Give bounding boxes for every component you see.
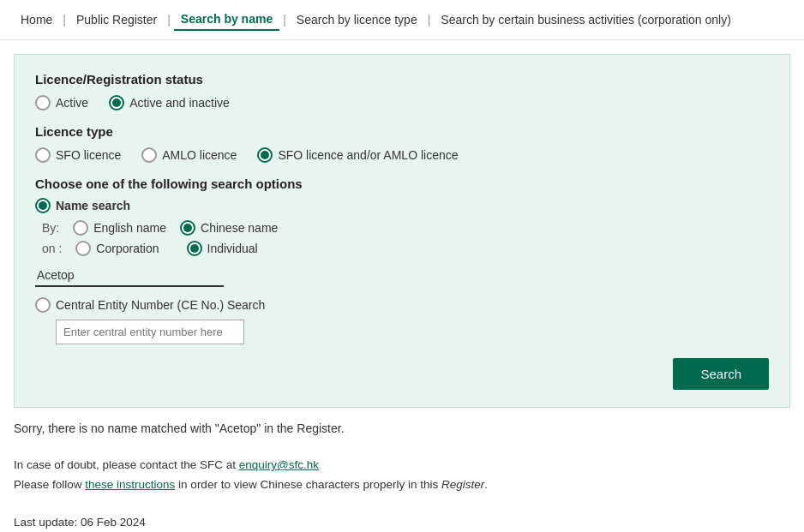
nav-search-by-activities[interactable]: Search by certain business activities (c… [434, 9, 738, 30]
instructions-line: Please follow these instructions in orde… [14, 475, 790, 495]
last-update: Last update: 06 Feb 2024 [14, 516, 790, 529]
nav-public-register[interactable]: Public Register [69, 9, 164, 30]
ce-section: Central Entity Number (CE No.) Search [35, 297, 769, 344]
licence-type-title: Licence type [35, 124, 769, 139]
licence-status-group: Active Active and inactive [35, 95, 769, 111]
nav-sep-3: | [279, 13, 290, 27]
by-chinese-radio[interactable] [180, 220, 195, 236]
button-row: Search [35, 358, 769, 390]
status-active-inactive-radio[interactable] [109, 95, 124, 111]
status-active-label[interactable]: Active [35, 95, 88, 111]
instructions-end: . [484, 478, 488, 491]
ce-search-label-text: Central Entity Number (CE No.) Search [56, 298, 265, 312]
licence-amlo-text: AMLO licence [162, 148, 237, 162]
nav-sep-2: | [164, 13, 174, 27]
on-individual-label[interactable]: Individual [187, 241, 258, 256]
status-active-inactive-label[interactable]: Active and inactive [109, 95, 230, 111]
footer-info: In case of doubt, please contact the SFC… [14, 456, 790, 495]
ce-number-input[interactable] [56, 320, 244, 344]
result-message: Sorry, there is no name matched with "Ac… [14, 421, 790, 435]
licence-sfo-radio[interactable] [35, 147, 51, 163]
instructions-suffix: in order to view Chinese characters prop… [175, 478, 441, 491]
licence-sfo-amlo-label[interactable]: SFO licence and/or AMLO licence [257, 147, 458, 163]
search-options-section: Choose one of the following search optio… [35, 176, 769, 344]
nav-sep-4: | [424, 13, 435, 27]
status-active-text: Active [56, 96, 88, 110]
status-active-radio[interactable] [35, 95, 51, 111]
licence-status-title: Licence/Registration status [35, 72, 769, 87]
licence-sfo-amlo-radio[interactable] [257, 147, 273, 163]
ce-search-radio[interactable] [35, 297, 51, 313]
instructions-prefix: Please follow [14, 478, 85, 491]
licence-amlo-label[interactable]: AMLO licence [141, 147, 237, 163]
nav-home[interactable]: Home [14, 9, 59, 30]
licence-sfo-label[interactable]: SFO licence [35, 147, 121, 163]
nav-search-by-name[interactable]: Search by name [174, 9, 279, 31]
licence-amlo-radio[interactable] [141, 147, 157, 163]
main-content: Licence/Registration status Active Activ… [0, 40, 804, 532]
by-chinese-text: Chinese name [201, 221, 278, 235]
name-input-container [35, 265, 769, 287]
by-english-text: English name [93, 221, 166, 235]
name-search-radio[interactable] [35, 198, 51, 213]
licence-sfo-text: SFO licence [56, 148, 121, 162]
on-corporation-label[interactable]: Corporation [75, 241, 159, 256]
by-english-radio[interactable] [73, 220, 88, 236]
nav-search-by-licence-type[interactable]: Search by licence type [290, 9, 424, 30]
search-options-title: Choose one of the following search optio… [35, 176, 769, 191]
on-label: on : [42, 242, 62, 255]
ce-search-option[interactable]: Central Entity Number (CE No.) Search [35, 297, 769, 313]
email-link[interactable]: enquiry@sfc.hk [239, 458, 319, 471]
status-active-inactive-text: Active and inactive [129, 96, 230, 110]
on-corporation-text: Corporation [96, 242, 159, 255]
licence-type-group: SFO licence AMLO licence SFO licence and… [35, 147, 769, 163]
navigation: Home | Public Register | Search by name … [0, 0, 804, 40]
by-chinese-label[interactable]: Chinese name [180, 220, 278, 236]
on-individual-text: Individual [207, 242, 258, 255]
search-panel: Licence/Registration status Active Activ… [14, 54, 790, 408]
by-english-label[interactable]: English name [73, 220, 166, 236]
doubt-line: In case of doubt, please contact the SFC… [14, 456, 790, 475]
on-individual-radio[interactable] [187, 241, 202, 256]
doubt-text: In case of doubt, please contact the SFC… [14, 458, 239, 471]
licence-sfo-amlo-text: SFO licence and/or AMLO licence [278, 148, 458, 162]
nav-sep-1: | [59, 13, 69, 27]
by-label: By: [42, 221, 59, 235]
name-search-label-text: Name search [56, 199, 130, 212]
name-search-input[interactable] [35, 265, 224, 287]
name-search-option[interactable]: Name search [35, 198, 769, 213]
register-italic: Register [441, 478, 484, 491]
on-corporation-radio[interactable] [75, 241, 91, 256]
search-button[interactable]: Search [673, 358, 769, 390]
instructions-link[interactable]: these instructions [85, 478, 175, 491]
